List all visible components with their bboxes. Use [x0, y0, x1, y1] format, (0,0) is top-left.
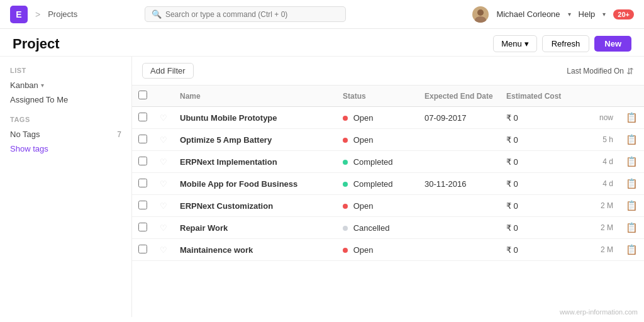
- sort-icon[interactable]: ⇵: [626, 66, 634, 76]
- row-name-0[interactable]: Ubuntu Mobile Prototype: [174, 107, 336, 129]
- subheader-actions: Menu ▾ Refresh New: [493, 35, 631, 52]
- new-button[interactable]: New: [594, 36, 631, 52]
- star-icon-6[interactable]: ♡: [160, 245, 167, 255]
- row-time-5: 2 M: [582, 217, 619, 239]
- row-time-0: now: [582, 107, 619, 129]
- row-star-cell: ♡: [153, 151, 174, 173]
- menu-button[interactable]: Menu ▾: [493, 35, 537, 52]
- row-action-5: 📋: [619, 217, 644, 239]
- sidebar-item-kanban[interactable]: Kanban ▾: [10, 78, 121, 92]
- notification-badge[interactable]: 20+: [613, 9, 634, 19]
- star-icon-1[interactable]: ♡: [160, 135, 167, 145]
- star-icon-5[interactable]: ♡: [160, 223, 167, 233]
- row-star-cell: ♡: [153, 195, 174, 217]
- row-checkbox-0[interactable]: [138, 113, 147, 121]
- row-action-icon-0[interactable]: 📋: [626, 112, 638, 123]
- star-icon-2[interactable]: ♡: [160, 157, 167, 167]
- col-header-name: Name: [174, 86, 336, 107]
- sidebar-show-tags[interactable]: Show tags: [10, 144, 121, 153]
- row-checkbox-cell: [132, 217, 153, 239]
- col-header-date: Expected End Date: [418, 86, 500, 107]
- row-status-3: Completed: [336, 173, 418, 195]
- breadcrumb[interactable]: Projects: [48, 9, 77, 19]
- row-date-6: [418, 239, 500, 261]
- app-icon[interactable]: E: [10, 6, 28, 23]
- row-checkbox-cell: [132, 107, 153, 129]
- search-input[interactable]: [165, 10, 339, 19]
- table-row: ♡ Optimize 5 Amp Battery Open ₹ 0 5 h 📋: [132, 129, 644, 151]
- table-row: ♡ Repair Work Cancelled ₹ 0 2 M 📋: [132, 217, 644, 239]
- col-header-check: [132, 86, 153, 107]
- row-checkbox-2[interactable]: [138, 157, 147, 165]
- row-cost-6: ₹ 0: [500, 239, 582, 261]
- row-star-cell: ♡: [153, 217, 174, 239]
- row-action-4: 📋: [619, 195, 644, 217]
- sidebar-no-tags[interactable]: No Tags: [10, 127, 40, 142]
- row-name-4[interactable]: ERPNext Customization: [174, 195, 336, 217]
- row-checkbox-cell: [132, 195, 153, 217]
- star-icon-0[interactable]: ♡: [160, 113, 167, 123]
- row-date-5: [418, 217, 500, 239]
- col-header-star: [153, 86, 174, 107]
- row-name-5[interactable]: Repair Work: [174, 217, 336, 239]
- search-bar: 🔍: [145, 6, 346, 22]
- row-checkbox-5[interactable]: [138, 223, 147, 231]
- row-cost-1: ₹ 0: [500, 129, 582, 151]
- row-action-icon-2[interactable]: 📋: [626, 156, 638, 167]
- row-status-0: Open: [336, 107, 418, 129]
- table-row: ♡ Ubuntu Mobile Prototype Open 07-09-201…: [132, 107, 644, 129]
- search-icon: 🔍: [152, 9, 162, 19]
- row-checkbox-4[interactable]: [138, 201, 147, 209]
- row-action-icon-3[interactable]: 📋: [626, 178, 638, 189]
- row-date-4: [418, 195, 500, 217]
- row-status-4: Open: [336, 195, 418, 217]
- user-dropdown-icon[interactable]: ▾: [568, 11, 571, 18]
- sidebar: List Kanban ▾ Assigned To Me TAGS No Tag…: [0, 57, 132, 317]
- select-all-checkbox[interactable]: [138, 91, 147, 99]
- last-modified: Last Modified On ⇵: [567, 66, 634, 76]
- sidebar-list-section: List: [10, 67, 121, 74]
- help-button[interactable]: Help: [579, 9, 596, 19]
- col-header-cost: Estimated Cost: [500, 86, 582, 107]
- star-icon-4[interactable]: ♡: [160, 201, 167, 211]
- nav-right: Michael Corleone ▾ Help ▾ 20+: [472, 6, 634, 23]
- avatar: [472, 6, 489, 23]
- table-row: ♡ Maintainence work Open ₹ 0 2 M 📋: [132, 239, 644, 261]
- row-status-6: Open: [336, 239, 418, 261]
- row-star-cell: ♡: [153, 129, 174, 151]
- row-checkbox-cell: [132, 129, 153, 151]
- row-name-6[interactable]: Maintainence work: [174, 239, 336, 261]
- table-header-row: Name Status Expected End Date Estimated …: [132, 86, 644, 107]
- row-name-1[interactable]: Optimize 5 Amp Battery: [174, 129, 336, 151]
- row-time-4: 2 M: [582, 195, 619, 217]
- row-checkbox-cell: [132, 151, 153, 173]
- help-dropdown-icon[interactable]: ▾: [602, 11, 606, 18]
- row-checkbox-cell: [132, 173, 153, 195]
- kanban-dropdown-icon: ▾: [41, 82, 44, 89]
- row-action-icon-4[interactable]: 📋: [626, 200, 638, 211]
- row-checkbox-cell: [132, 239, 153, 261]
- refresh-button[interactable]: Refresh: [542, 35, 590, 52]
- row-name-2[interactable]: ERPNext Implementation: [174, 151, 336, 173]
- sidebar-item-assigned[interactable]: Assigned To Me: [10, 92, 121, 107]
- row-action-icon-5[interactable]: 📋: [626, 222, 638, 233]
- row-cost-3: ₹ 0: [500, 173, 582, 195]
- row-action-0: 📋: [619, 107, 644, 129]
- row-cost-0: ₹ 0: [500, 107, 582, 129]
- row-time-1: 5 h: [582, 129, 619, 151]
- status-label-0: Open: [353, 113, 374, 123]
- row-action-icon-6[interactable]: 📋: [626, 244, 638, 255]
- menu-dropdown-icon: ▾: [525, 39, 529, 48]
- sidebar-tags-row: No Tags 7: [10, 127, 121, 142]
- row-action-6: 📋: [619, 239, 644, 261]
- user-name[interactable]: Michael Corleone: [496, 9, 560, 19]
- row-checkbox-1[interactable]: [138, 135, 147, 143]
- row-checkbox-6[interactable]: [138, 245, 147, 253]
- main-layout: List Kanban ▾ Assigned To Me TAGS No Tag…: [0, 57, 644, 317]
- row-checkbox-3[interactable]: [138, 179, 147, 187]
- projects-table: Name Status Expected End Date Estimated …: [132, 86, 644, 261]
- row-name-3[interactable]: Mobile App for Food Business: [174, 173, 336, 195]
- star-icon-3[interactable]: ♡: [160, 179, 167, 189]
- add-filter-button[interactable]: Add Filter: [142, 63, 194, 79]
- row-action-icon-1[interactable]: 📋: [626, 134, 638, 145]
